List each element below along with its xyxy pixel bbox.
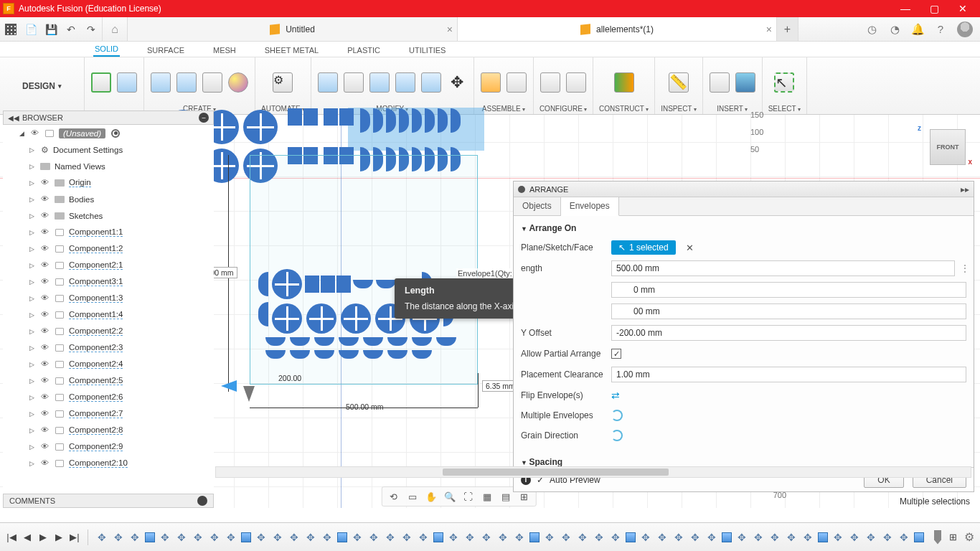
help-icon[interactable]: ? — [934, 23, 947, 36]
timeline-feature-move[interactable] — [192, 531, 204, 544]
timeline-feature-move[interactable] — [656, 531, 669, 544]
timeline-start-button[interactable]: |◀ — [6, 532, 17, 543]
ribbon-group-label[interactable]: INSERT — [717, 105, 748, 113]
visibility-icon[interactable]: 👁 — [29, 128, 40, 138]
visibility-icon[interactable]: 👁 — [39, 359, 50, 369]
modify-tool[interactable] — [343, 72, 364, 93]
expand-icon[interactable]: ▷ — [27, 146, 36, 154]
timeline-feature-move[interactable] — [513, 531, 526, 544]
timeline-feature-move[interactable] — [560, 531, 573, 544]
timeline-feature-move[interactable] — [304, 531, 317, 544]
close-tab-icon[interactable]: × — [766, 24, 772, 35]
tree-origin[interactable]: ▷ 👁 Origin — [3, 174, 214, 191]
expand-icon[interactable]: ▷ — [27, 394, 36, 401]
timeline-feature-move[interactable] — [463, 531, 476, 544]
expand-panel-icon[interactable]: ▸▸ — [961, 184, 969, 194]
comments-bar[interactable]: COMMENTS — [3, 494, 214, 508]
yoffset-input[interactable] — [611, 325, 966, 341]
timeline-feature-body[interactable] — [241, 532, 251, 542]
timeline-feature-move[interactable] — [384, 531, 397, 544]
expand-icon[interactable]: ▷ — [27, 262, 36, 269]
tree-component[interactable]: ▷👁Component2:7 — [3, 405, 214, 422]
tree-sketches[interactable]: ▷ 👁 Sketches — [3, 207, 214, 224]
arrange-header[interactable]: ARRANGE ▸▸ — [514, 182, 974, 197]
redo-button[interactable]: ↷ — [85, 23, 98, 36]
tree-component[interactable]: ▷👁Component2:9 — [3, 438, 214, 455]
timeline-feature-move[interactable] — [271, 531, 284, 544]
clearance-input[interactable] — [611, 367, 966, 382]
modify-tool[interactable] — [317, 72, 339, 93]
visibility-icon[interactable]: 👁 — [39, 244, 50, 254]
modify-tool[interactable] — [420, 72, 442, 93]
doc-tab-allelements[interactable]: allelements*(1) × — [458, 17, 777, 41]
timeline-feature-move[interactable] — [831, 531, 844, 544]
tree-named-views[interactable]: ▷ Named Views — [3, 158, 214, 174]
inspect-button[interactable]: 📏 — [668, 72, 689, 93]
look-at-button[interactable]: ▭ — [405, 489, 420, 504]
browser-header[interactable]: ◀◀ BROWSER – — [3, 110, 214, 125]
manipulator-arrow-y[interactable] — [243, 386, 255, 402]
tree-component[interactable]: ▷👁Component3:1 — [3, 273, 214, 290]
comments-expand-icon[interactable] — [197, 496, 207, 506]
timeline-feature-move[interactable] — [128, 531, 141, 544]
visibility-icon[interactable]: 👁 — [39, 211, 50, 221]
browser-options-icon[interactable]: – — [199, 113, 209, 123]
menu-dots-icon[interactable]: ⋮ — [961, 263, 966, 273]
timeline-feature-move[interactable] — [689, 531, 702, 544]
extensions-icon[interactable]: ◷ — [865, 23, 878, 36]
ribbon-group-label[interactable]: CONFIGURE — [540, 105, 587, 113]
configure-tool[interactable] — [540, 72, 561, 93]
expand-icon[interactable]: ▷ — [27, 196, 36, 203]
timeline-feature-move[interactable] — [672, 531, 685, 544]
zoom-button[interactable]: 🔍 — [443, 489, 457, 504]
display-button[interactable]: ▦ — [480, 489, 494, 504]
home-button[interactable]: ⌂ — [102, 17, 128, 41]
view-cube[interactable]: FRONT — [930, 129, 966, 165]
timeline-feature-move[interactable] — [785, 531, 798, 544]
timeline-next-button[interactable]: ▶ — [53, 532, 65, 543]
clear-selection-icon[interactable]: ✕ — [686, 242, 694, 253]
timeline-feature-move[interactable] — [400, 531, 413, 544]
expand-icon[interactable]: ▷ — [27, 311, 36, 319]
timeline-prev-button[interactable]: ◀ — [22, 532, 33, 543]
expand-icon[interactable]: ▷ — [27, 460, 36, 467]
pan-button[interactable]: ✋ — [424, 489, 438, 504]
visibility-icon[interactable]: 👁 — [39, 260, 50, 270]
selection-chip[interactable]: ↖ 1 selected — [611, 240, 676, 255]
timeline-feature-move[interactable] — [864, 531, 877, 544]
visibility-icon[interactable]: 👁 — [39, 343, 50, 353]
refresh-icon[interactable] — [611, 410, 623, 421]
timeline-feature-move[interactable] — [543, 531, 556, 544]
visibility-icon[interactable]: 👁 — [39, 194, 50, 204]
timeline-feature-body[interactable] — [722, 532, 732, 542]
tree-component[interactable]: ▷👁Component2:1 — [3, 257, 214, 273]
tree-doc-settings[interactable]: ▷ ⚙ Document Settings — [3, 141, 214, 158]
tree-component[interactable]: ▷👁Component2:5 — [3, 372, 214, 389]
fit-button[interactable]: ⛶ — [461, 489, 476, 504]
timeline-feature-move[interactable] — [159, 531, 171, 544]
timeline-feature-move[interactable] — [496, 531, 509, 544]
timeline-feature-body[interactable] — [626, 532, 636, 542]
section-arrange-on[interactable]: Arrange On — [514, 219, 974, 237]
timeline-feature-move[interactable] — [208, 531, 221, 544]
create-tool-3[interactable] — [202, 72, 223, 93]
timeline-feature-body[interactable] — [145, 532, 155, 542]
close-tab-icon[interactable]: × — [447, 24, 453, 35]
visibility-icon[interactable]: 👁 — [39, 409, 50, 419]
tree-component[interactable]: ▷👁Component1:2 — [3, 240, 214, 257]
timeline-feature-body[interactable] — [433, 532, 443, 542]
visibility-icon[interactable]: 👁 — [39, 293, 50, 303]
expand-icon[interactable]: ▷ — [27, 344, 36, 352]
timeline-feature-move[interactable] — [639, 531, 652, 544]
extrude-button[interactable] — [116, 72, 138, 93]
visibility-icon[interactable]: 👁 — [39, 310, 50, 320]
timeline-feature-move[interactable] — [881, 531, 894, 544]
visibility-icon[interactable]: 👁 — [39, 392, 50, 402]
assemble-tool[interactable] — [506, 72, 527, 93]
timeline-marker[interactable] — [934, 530, 941, 545]
visibility-icon[interactable]: 👁 — [39, 227, 50, 237]
ribbon-group-label[interactable]: ASSEMBLE — [482, 105, 525, 113]
automate-button[interactable]: ⚙ — [272, 72, 293, 93]
user-avatar[interactable] — [957, 22, 973, 37]
timeline-feature-move[interactable] — [735, 531, 748, 544]
